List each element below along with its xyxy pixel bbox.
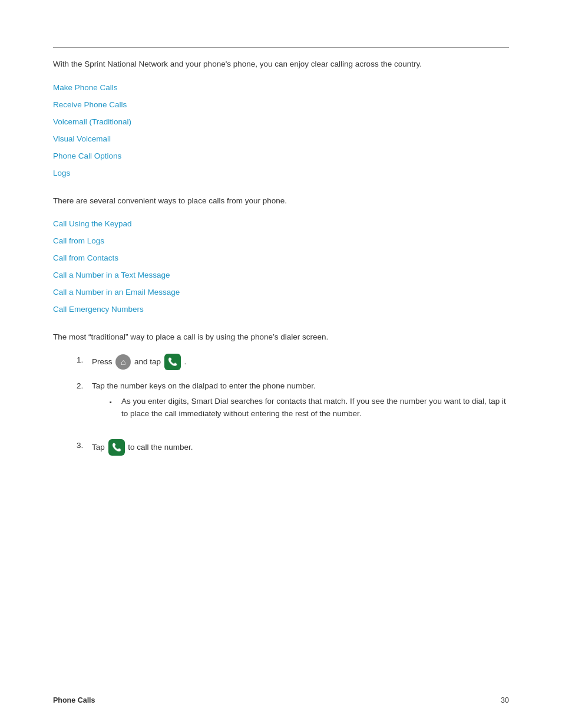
step-1: 1. Press and tap . <box>77 354 509 370</box>
top-rule <box>53 47 509 48</box>
sub-link-call-emergency[interactable]: Call Emergency Numbers <box>53 305 509 314</box>
toc-link-receive-phone-calls[interactable]: Receive Phone Calls <box>53 100 509 109</box>
toc-links: Make Phone Calls Receive Phone Calls Voi… <box>53 83 509 177</box>
page: With the Sprint National Network and you… <box>0 0 562 728</box>
step-1-and-tap-label: and tap <box>134 357 163 365</box>
keypad-intro: The most “traditional” way to place a ca… <box>53 331 509 343</box>
step-1-content: Press and tap . <box>92 354 186 370</box>
footer-left: Phone Calls <box>53 696 95 704</box>
step-3-content: Tap to call the number. <box>92 439 193 456</box>
sub-link-call-keypad[interactable]: Call Using the Keypad <box>53 219 509 228</box>
footer-page-number: 30 <box>501 696 509 704</box>
section-intro: There are several convenient ways to pla… <box>53 195 509 207</box>
steps-list: 1. Press and tap . 2. Tap the number key… <box>77 354 509 456</box>
toc-link-make-phone-calls[interactable]: Make Phone Calls <box>53 83 509 92</box>
phone-icon-step3 <box>108 439 125 456</box>
step-2-text: Tap the number keys on the dialpad to en… <box>92 381 316 390</box>
toc-link-logs[interactable]: Logs <box>53 169 509 177</box>
home-icon <box>115 354 131 370</box>
step-2-content: Tap the number keys on the dialpad to en… <box>92 380 509 430</box>
sub-links: Call Using the Keypad Call from Logs Cal… <box>53 219 509 314</box>
bullet-item: As you enter digits, Smart Dial searches… <box>110 396 509 420</box>
footer: Phone Calls 30 <box>53 696 509 704</box>
step-2-num: 2. <box>77 380 87 393</box>
step-3-tap-label: Tap <box>92 443 107 452</box>
toc-link-phone-call-options[interactable]: Phone Call Options <box>53 151 509 160</box>
sub-link-call-email[interactable]: Call a Number in an Email Message <box>53 288 509 297</box>
step-2: 2. Tap the number keys on the dialpad to… <box>77 380 509 430</box>
sub-link-call-contacts[interactable]: Call from Contacts <box>53 253 509 262</box>
step-3: 3. Tap to call the number. <box>77 439 509 456</box>
sub-link-call-text[interactable]: Call a Number in a Text Message <box>53 271 509 279</box>
sub-link-call-logs[interactable]: Call from Logs <box>53 236 509 245</box>
step-1-num: 1. <box>77 354 87 367</box>
step-1-period: . <box>184 357 187 365</box>
step-3-num: 3. <box>77 439 87 452</box>
toc-link-voicemail-traditional[interactable]: Voicemail (Traditional) <box>53 117 509 126</box>
phone-icon-step1 <box>164 354 181 370</box>
toc-link-visual-voicemail[interactable]: Visual Voicemail <box>53 134 509 143</box>
bullet-text: As you enter digits, Smart Dial searches… <box>121 396 509 420</box>
step-1-press-label: Press <box>92 357 114 365</box>
bullet-list: As you enter digits, Smart Dial searches… <box>110 396 509 420</box>
step-3-text-after: to call the number. <box>128 443 193 452</box>
intro-paragraph: With the Sprint National Network and you… <box>53 58 509 70</box>
